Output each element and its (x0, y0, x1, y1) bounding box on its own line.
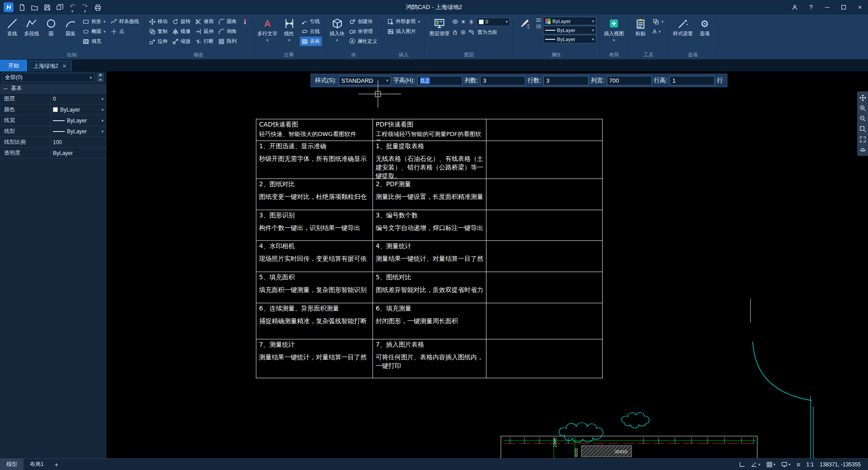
save-all-button[interactable] (55, 3, 64, 12)
new-file-button[interactable] (17, 3, 26, 12)
chamfer-tool-button[interactable]: 倒角 (217, 27, 239, 36)
pan-button[interactable] (858, 93, 867, 102)
set-current-layer-button[interactable]: 置为当前 (476, 28, 498, 37)
column-width-input[interactable]: 700 (607, 76, 652, 85)
ellipse-tool-button[interactable]: 椭圆▾ (81, 27, 108, 36)
move-tool-button[interactable]: 移动 (147, 17, 170, 26)
row-height-input[interactable]: 1 (670, 76, 715, 85)
circle-tool-button[interactable]: 圆 (42, 16, 60, 38)
arc-tool-button[interactable]: 圆弧 (61, 16, 80, 38)
layer-freeze-icon[interactable] (468, 19, 474, 25)
orbit-button[interactable] (858, 145, 867, 154)
scale-tool-button[interactable]: 缩放 (170, 37, 193, 46)
attdef-button[interactable]: Ⓐ属性定义 (348, 37, 379, 46)
selection-filter-dropdown[interactable]: 全部(0)▾ (2, 73, 95, 82)
prop-layer-value[interactable]: 0▾ (51, 94, 106, 104)
extend-tool-button[interactable]: 延伸 (193, 27, 216, 36)
copy-clip-button[interactable]: ▾ (651, 17, 665, 26)
prop-lineweight-value[interactable]: ByLayer▾ (51, 115, 106, 126)
panel-pick-button[interactable]: ▣ (97, 73, 104, 77)
close-button[interactable]: × (852, 0, 868, 14)
layer-off-icon[interactable] (468, 29, 474, 35)
drawing-canvas[interactable]: 样式(S): STANDARD▾ 字高(H): 0.2 列数: 3 行数: 3 … (106, 71, 868, 458)
maximize-button[interactable] (835, 0, 852, 14)
xref-button[interactable]: 外部参照▾ (386, 17, 422, 26)
help-button[interactable]: ? (803, 0, 819, 14)
properties-lines-icon[interactable] (536, 17, 542, 23)
trim-tool-button[interactable]: 修剪 (193, 17, 216, 26)
panel-quick-button[interactable]: ✚ (97, 78, 104, 82)
tab-start[interactable]: 开始 (0, 60, 27, 71)
polyline-tool-button[interactable]: 多段线 (23, 16, 41, 38)
columns-input[interactable]: 3 (480, 76, 525, 85)
stretch-tool-button[interactable]: 拉伸 (147, 37, 170, 46)
current-layer-dropdown[interactable]: 0▾ (476, 18, 510, 26)
revcloud-tool-button[interactable]: 云线 (300, 27, 322, 36)
undo-button[interactable]: ↶▾ (68, 3, 77, 12)
line-tool-button[interactable]: 直线 (3, 16, 21, 38)
hatch-tool-button[interactable]: 填充 (81, 37, 108, 46)
mirror-tool-button[interactable]: 镜像 (170, 27, 193, 36)
style-settings-button[interactable]: 样式设置 (672, 16, 694, 38)
leader-tool-button[interactable]: 引线 (300, 17, 322, 26)
display-settings[interactable]: ▾ (781, 461, 791, 468)
status-menu-button[interactable]: ≡ (797, 461, 801, 468)
break-tool-button[interactable]: 打断 (193, 37, 216, 46)
text-height-input[interactable]: 0.2 (417, 76, 462, 85)
save-button[interactable] (42, 3, 52, 12)
spline-tool-button[interactable]: 样条曲线 (109, 17, 141, 26)
prop-linetype-value[interactable]: ByLayer▾ (51, 126, 106, 136)
model-tab[interactable]: 模型 (0, 459, 24, 470)
block-manager-button[interactable]: 块管理 (348, 27, 379, 36)
insert-block-button[interactable]: 插入块▾ (328, 16, 346, 43)
rows-input[interactable]: 3 (543, 76, 589, 85)
table-tool-button[interactable]: 表格 (300, 37, 322, 46)
open-file-button[interactable] (30, 3, 39, 12)
prop-ltscale-value[interactable]: 100 (51, 137, 106, 147)
layer-isolate-icon[interactable] (460, 29, 466, 35)
layer-manager-button[interactable]: 图层管理 (428, 16, 451, 38)
prop-color-value[interactable]: ByLayer▾ (51, 104, 106, 115)
copy-tool-button[interactable]: 复制 (147, 27, 170, 36)
linear-dim-button[interactable]: 线性▾ (280, 16, 298, 43)
rect-tool-button[interactable]: 矩形▾ (81, 17, 108, 26)
minimize-button[interactable]: ─ (819, 0, 835, 14)
insert-image-button[interactable]: 插入图片 (386, 27, 422, 36)
match-properties-button[interactable] (516, 16, 534, 30)
options-button[interactable]: ⚙ 选项 (696, 16, 714, 38)
text-tool-button[interactable]: A▾ (651, 27, 665, 36)
array-tool-button[interactable]: 阵列 (217, 37, 239, 46)
snap-grid-toggle[interactable]: ▾ (766, 461, 776, 468)
add-layout-button[interactable]: + (50, 461, 63, 468)
paste-button[interactable]: 粘贴 (632, 16, 650, 38)
lineweight-control-dropdown[interactable]: ByLayer▾ (543, 26, 596, 34)
tab-document[interactable]: 上海绿地2 ✕ (28, 61, 71, 71)
rotate-tool-button[interactable]: 旋转 (170, 17, 193, 26)
prop-transparency-value[interactable]: ByLayer (51, 148, 106, 158)
zoom-in-button[interactable] (858, 103, 867, 113)
redo-button[interactable]: ↷▾ (80, 3, 90, 12)
layer-visibility-icon[interactable] (452, 19, 458, 25)
layer-sun-icon[interactable]: ☀ (461, 19, 466, 25)
zoom-out-button[interactable] (858, 114, 867, 123)
create-block-button[interactable]: 创建块 (348, 17, 379, 26)
fillet-tool-button[interactable]: 圆角 (217, 17, 239, 26)
color-control-dropdown[interactable]: ByLayer▾ (543, 17, 596, 25)
mtext-tool-button[interactable]: A多行文字▾ (256, 16, 279, 43)
point-tool-button[interactable]: 点 (109, 27, 141, 36)
polar-toggle[interactable]: ▾ (751, 461, 760, 468)
panel-section-basic[interactable]: ─基本 (0, 84, 106, 94)
tab-close-icon[interactable]: ✕ (62, 63, 66, 69)
format-painter-button[interactable] (240, 17, 250, 26)
linetype-control-dropdown[interactable]: ByLayer▾ (543, 35, 596, 43)
table-style-select[interactable]: STANDARD▾ (339, 76, 391, 85)
account-button[interactable] (787, 0, 803, 14)
zoom-extents-button[interactable] (858, 135, 867, 144)
print-button[interactable] (93, 3, 102, 12)
properties-list-icon[interactable] (536, 24, 542, 29)
ortho-toggle[interactable] (739, 461, 745, 468)
insert-view-button[interactable]: 插入视图▾ (603, 16, 625, 43)
layout1-tab[interactable]: 布局1 (24, 459, 50, 470)
layer-lock-icon[interactable] (452, 29, 458, 35)
zoom-window-button[interactable] (858, 124, 867, 133)
